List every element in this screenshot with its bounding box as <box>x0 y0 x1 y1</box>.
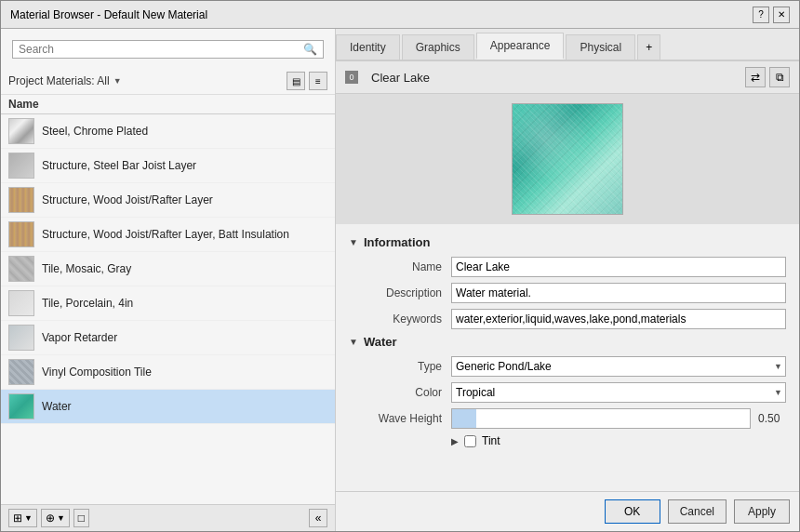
description-row: Description <box>349 283 786 303</box>
material-name: Structure, Wood Joist/Rafter Layer, Batt… <box>42 228 289 241</box>
material-thumbnail <box>8 325 34 351</box>
material-name: Vinyl Composition Tile <box>42 366 152 379</box>
description-label: Description <box>349 286 442 299</box>
wave-height-slider[interactable] <box>451 408 751 429</box>
water-section-expand-icon[interactable]: ▼ <box>349 337 358 347</box>
type-row: Type Generic Pond/Lake Ocean River Pool … <box>349 356 786 377</box>
keywords-input[interactable] <box>451 309 786 329</box>
view-button[interactable]: □ <box>73 509 89 527</box>
collapse-panel-button[interactable]: « <box>309 509 327 527</box>
information-section-header: ▼ Information <box>349 235 786 249</box>
content-area: ▼ Information Name Description Keywords <box>336 224 799 491</box>
cancel-button[interactable]: Cancel <box>668 499 727 524</box>
material-name: Vapor Retarder <box>42 331 117 344</box>
material-browser-dialog: Material Browser - Default New Material … <box>0 0 800 532</box>
search-input[interactable] <box>19 43 303 56</box>
tabs-bar: Identity Graphics Appearance Physical + <box>336 29 799 61</box>
header-icons: ▤ ≡ <box>287 72 327 90</box>
help-button[interactable]: ? <box>753 7 769 23</box>
color-select-wrapper: Tropical Mediterranean Arctic Caribbean … <box>451 382 786 403</box>
tab-physical[interactable]: Physical <box>566 34 635 60</box>
materials-header-left: Project Materials: All ▼ <box>8 74 122 87</box>
material-name: Structure, Steel Bar Joist Layer <box>42 159 196 172</box>
tint-expand-icon[interactable]: ▶ <box>451 436 459 446</box>
footer-buttons: ⊞ ▼ ⊕ ▼ □ <box>8 509 89 527</box>
search-bar: 🔍 <box>12 40 324 59</box>
material-name: Structure, Wood Joist/Rafter Layer <box>42 193 213 206</box>
name-row: Name <box>349 257 786 277</box>
water-section-header: ▼ Water <box>349 335 786 349</box>
list-item[interactable]: Steel, Chrome Plated <box>1 114 335 149</box>
keywords-label: Keywords <box>349 313 442 326</box>
materials-title: Project Materials: All <box>8 74 110 87</box>
tab-graphics[interactable]: Graphics <box>402 34 474 60</box>
color-row: Color Tropical Mediterranean Arctic Cari… <box>349 382 786 403</box>
collapse-icon: « <box>315 512 322 525</box>
replace-icon: ⇄ <box>751 71 760 84</box>
material-name: Water <box>42 400 72 413</box>
color-select[interactable]: Tropical Mediterranean Arctic Caribbean <box>451 382 786 403</box>
name-label: Name <box>349 260 442 273</box>
list-item[interactable]: Tile, Porcelain, 4in <box>1 286 335 321</box>
keywords-row: Keywords <box>349 309 786 329</box>
material-name: Tile, Mosaic, Gray <box>42 262 131 275</box>
section-expand-icon[interactable]: ▼ <box>349 237 358 247</box>
material-preview-area <box>336 94 799 224</box>
search-icon: 🔍 <box>303 43 317 56</box>
list-item[interactable]: Vinyl Composition Tile <box>1 355 335 390</box>
description-input[interactable] <box>451 283 786 303</box>
view-icon: □ <box>78 512 85 525</box>
preview-action-buttons: ⇄ ⧉ <box>745 67 790 87</box>
materials-header: Project Materials: All ▼ ▤ ≡ <box>1 68 335 95</box>
duplicate-asset-button[interactable]: ⧉ <box>769 67 790 87</box>
list-item-water[interactable]: Water <box>1 390 335 424</box>
tint-label-text: Tint <box>482 434 500 447</box>
type-label: Type <box>349 360 442 373</box>
close-button[interactable]: ✕ <box>773 7 790 23</box>
material-thumbnail <box>8 290 34 316</box>
add-material-button[interactable]: ⊞ ▼ <box>8 509 37 527</box>
material-name: Tile, Porcelain, 4in <box>42 297 133 310</box>
water-section-title: Water <box>364 335 397 349</box>
apply-button[interactable]: Apply <box>734 499 790 524</box>
tint-row: ▶ Tint <box>349 434 786 447</box>
add-icon: ⊞ <box>13 512 22 525</box>
dropdown-arrow-icon: ▼ <box>57 513 65 523</box>
dialog-title: Material Browser - Default New Material <box>10 8 207 21</box>
duplicate-button[interactable]: ⊕ ▼ <box>41 509 70 527</box>
right-panel: Identity Graphics Appearance Physical + … <box>336 29 799 531</box>
ok-button[interactable]: OK <box>605 499 660 524</box>
material-preview-header: 0 Clear Lake ⇄ ⧉ <box>336 61 799 94</box>
sort-button[interactable]: ≡ <box>309 72 327 90</box>
view-toggle-button[interactable]: ▤ <box>287 72 305 90</box>
preview-material-name: Clear Lake <box>371 71 738 85</box>
material-thumbnail <box>8 393 34 419</box>
list-item[interactable]: Tile, Mosaic, Gray <box>1 252 335 286</box>
copy-icon: ⧉ <box>776 71 784 84</box>
name-input[interactable] <box>451 257 786 277</box>
material-thumbnail <box>8 153 34 179</box>
material-index-badge: 0 <box>345 71 358 84</box>
list-item[interactable]: Structure, Wood Joist/Rafter Layer <box>1 183 335 218</box>
tint-checkbox[interactable] <box>464 435 476 447</box>
tab-add-button[interactable]: + <box>637 34 660 60</box>
replace-asset-button[interactable]: ⇄ <box>745 67 766 87</box>
material-thumbnail <box>8 359 34 385</box>
type-select[interactable]: Generic Pond/Lake Ocean River Pool <box>451 356 786 377</box>
information-section-title: Information <box>364 235 431 249</box>
wave-height-fill <box>452 409 476 428</box>
tab-appearance[interactable]: Appearance <box>476 33 565 60</box>
material-preview-image <box>512 103 623 215</box>
duplicate-icon: ⊕ <box>46 512 55 525</box>
list-item[interactable]: Vapor Retarder <box>1 321 335 355</box>
dialog-body: 🔍 Project Materials: All ▼ ▤ ≡ Name <box>1 29 799 531</box>
material-thumbnail <box>8 256 34 282</box>
list-item[interactable]: Structure, Wood Joist/Rafter Layer, Batt… <box>1 218 335 252</box>
tab-identity[interactable]: Identity <box>336 34 400 60</box>
dialog-footer: OK Cancel Apply <box>336 491 799 531</box>
dropdown-arrow-icon[interactable]: ▼ <box>113 76 122 86</box>
wave-height-value: 0.50 <box>758 412 786 425</box>
column-header: Name <box>1 95 335 114</box>
wave-height-row: Wave Height 0.50 <box>349 408 786 429</box>
list-item[interactable]: Structure, Steel Bar Joist Layer <box>1 149 335 183</box>
